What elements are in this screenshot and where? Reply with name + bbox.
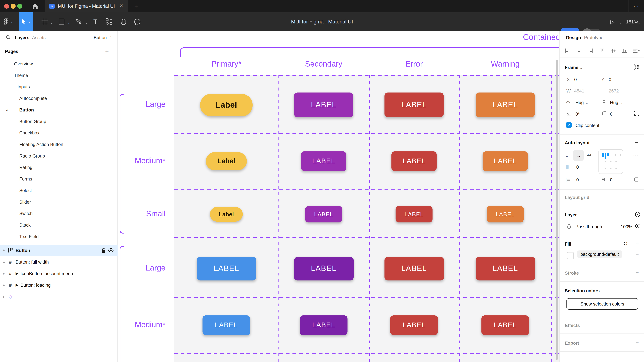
figma-main-menu[interactable]: ⌄	[3, 12, 14, 31]
design-canvas[interactable]: Contained Primary*SecondaryErrorWarningL…	[118, 31, 560, 362]
expand-caret-icon[interactable]: ▸	[3, 295, 8, 298]
distribute-icon[interactable]	[632, 48, 640, 53]
tab-close-icon[interactable]: ✕	[120, 4, 124, 8]
hug-horizontal-value[interactable]: Hug	[576, 100, 584, 105]
canvas-button-large-col3-g1[interactable]: LABEL	[384, 92, 444, 117]
alignment-widget[interactable]	[598, 149, 623, 174]
expand-caret-icon[interactable]: ▸	[3, 283, 8, 287]
show-selection-colors-button[interactable]: Show selection colors	[566, 298, 638, 310]
page-item-checkbox[interactable]: Checkbox	[0, 127, 118, 138]
component-selector[interactable]: Button	[94, 35, 107, 40]
layer-item-button-full-width[interactable]: ▸#Button: full width	[0, 256, 118, 268]
layout-vertical-icon[interactable]: ↓	[566, 152, 568, 158]
shape-tool-chevron-icon[interactable]: ⌄	[67, 21, 70, 25]
zoom-level-value[interactable]: 181%	[626, 19, 638, 24]
tab-assets[interactable]: Assets	[32, 35, 46, 40]
page-item-rating[interactable]: Rating	[0, 162, 118, 173]
window-close-traffic-light[interactable]	[4, 4, 9, 9]
frame-section-title[interactable]: Frame	[565, 65, 578, 70]
expand-caret-icon[interactable]: ▸	[3, 248, 8, 252]
padding-vertical-value[interactable]: 0	[610, 177, 612, 182]
hug-vertical-value[interactable]: Hug	[610, 100, 618, 105]
auto-layout-section-title[interactable]: Auto layout	[565, 140, 590, 145]
page-item-radio-group[interactable]: Radio Group	[0, 150, 118, 162]
frame-tool-button[interactable]	[40, 12, 49, 31]
layer-item-button-loading[interactable]: ▸#▶Button: loading	[0, 279, 118, 291]
expand-caret-icon[interactable]: ▸	[3, 272, 8, 275]
fill-styles-icon[interactable]: ∷	[624, 241, 627, 247]
tab-prototype[interactable]: Prototype	[584, 35, 604, 40]
remove-fill-icon[interactable]: −	[636, 251, 639, 257]
align-v-center-icon[interactable]	[611, 48, 616, 53]
pen-tool-chevron-icon[interactable]: ⌄	[85, 21, 88, 25]
window-more-icon[interactable]: ⋯	[634, 4, 639, 9]
canvas-button-medium-col4-g2[interactable]: LABEL	[481, 315, 529, 335]
canvas-button-small-col3-g1[interactable]: LABEL	[396, 206, 432, 223]
corner-radius-value[interactable]: 0	[610, 111, 612, 116]
text-tool-button[interactable]: T	[90, 12, 100, 31]
layer-item--menu-[interactable]: ▸◇	[0, 291, 118, 302]
frame-tool-chevron-icon[interactable]: ⌄	[50, 21, 53, 25]
home-icon[interactable]	[32, 3, 38, 9]
canvas-scrollbar[interactable]	[556, 60, 558, 360]
frame-title[interactable]: Contained	[523, 33, 560, 42]
page-item-select[interactable]: Select	[0, 185, 118, 196]
window-minimize-traffic-light[interactable]	[11, 4, 16, 9]
page-item-stack[interactable]: Stack	[0, 219, 118, 231]
page-item-button-group[interactable]: Button Group	[0, 116, 118, 127]
present-chevron-icon[interactable]: ⌄	[618, 21, 622, 25]
page-item-switch[interactable]: Switch	[0, 208, 118, 219]
page-item-text-field[interactable]: Text Field	[0, 231, 118, 242]
canvas-button-large-col1-g1[interactable]: Label	[200, 93, 253, 116]
canvas-button-large-col1-g2[interactable]: LABEL	[196, 257, 256, 280]
file-tab[interactable]: ✎ MUI for Figma - Material UI ✕	[45, 0, 128, 12]
pen-tool-button[interactable]	[74, 12, 84, 31]
present-play-icon[interactable]: ▷	[610, 19, 614, 25]
hand-tool-button[interactable]	[118, 12, 129, 31]
export-section-title[interactable]: Export	[565, 340, 579, 345]
add-stroke-icon[interactable]: +	[636, 269, 639, 276]
comment-tool-button[interactable]	[132, 12, 143, 31]
canvas-button-small-col1-g1[interactable]: Label	[210, 207, 243, 222]
canvas-button-large-col3-g2[interactable]: LABEL	[384, 257, 444, 280]
canvas-button-large-col4-g1[interactable]: LABEL	[476, 92, 535, 117]
blend-mode-value[interactable]: Pass through	[576, 224, 602, 229]
auto-layout-more-icon[interactable]: ⋯	[633, 153, 638, 159]
fill-style-chip[interactable]: background/default	[577, 250, 622, 258]
resources-tool-button[interactable]	[104, 12, 114, 31]
layer-visibility-eye-icon[interactable]	[634, 224, 641, 228]
rotation-value[interactable]: 0°	[576, 111, 580, 116]
layout-grid-section-title[interactable]: Layout grid	[565, 195, 590, 200]
align-bottom-icon[interactable]	[622, 48, 627, 53]
canvas-button-medium-col4-g1[interactable]: LABEL	[483, 151, 528, 171]
canvas-button-medium-col2-g2[interactable]: LABEL	[300, 315, 348, 335]
remove-auto-layout-icon[interactable]: −	[635, 139, 638, 146]
independent-padding-icon[interactable]	[634, 177, 640, 182]
fill-color-swatch[interactable]	[567, 252, 574, 259]
unlock-icon[interactable]	[101, 248, 106, 253]
expand-caret-icon[interactable]: ▸	[3, 260, 8, 264]
h-value[interactable]: 2672	[609, 88, 619, 93]
visibility-eye-icon[interactable]	[108, 248, 114, 252]
page-item-autocomplete[interactable]: Autocomplete	[0, 92, 118, 104]
canvas-button-large-col2-g2[interactable]: LABEL	[294, 257, 354, 280]
w-value[interactable]: 4541	[574, 88, 584, 93]
align-h-center-icon[interactable]	[576, 48, 582, 53]
zoom-chevron-icon[interactable]: ⌄	[638, 21, 640, 25]
canvas-button-small-col4-g1[interactable]: LABEL	[487, 206, 524, 223]
page-item-forms[interactable]: Forms	[0, 173, 118, 185]
independent-corners-icon[interactable]	[634, 111, 640, 116]
canvas-button-large-col4-g2[interactable]: LABEL	[476, 257, 535, 280]
canvas-button-medium-col2-g1[interactable]: LABEL	[301, 151, 346, 171]
stroke-section-title[interactable]: Stroke	[565, 271, 579, 275]
canvas-button-medium-col1-g2[interactable]: LABEL	[202, 315, 250, 335]
canvas-button-small-col2-g1[interactable]: LABEL	[305, 206, 342, 223]
x-value[interactable]: 0	[574, 77, 577, 82]
page-item-overview[interactable]: Overview	[0, 58, 118, 70]
page-item-slider[interactable]: Slider	[0, 196, 118, 208]
layout-horizontal-icon[interactable]: →	[573, 150, 584, 161]
canvas-button-large-col2-g1[interactable]: LABEL	[294, 92, 353, 117]
padding-horizontal-value[interactable]: 0	[576, 177, 579, 182]
move-tool-button[interactable]: ⌄	[19, 12, 33, 31]
layer-item-iconbutton-account-menu[interactable]: ▸#▶IconButton: account menu	[0, 268, 118, 279]
